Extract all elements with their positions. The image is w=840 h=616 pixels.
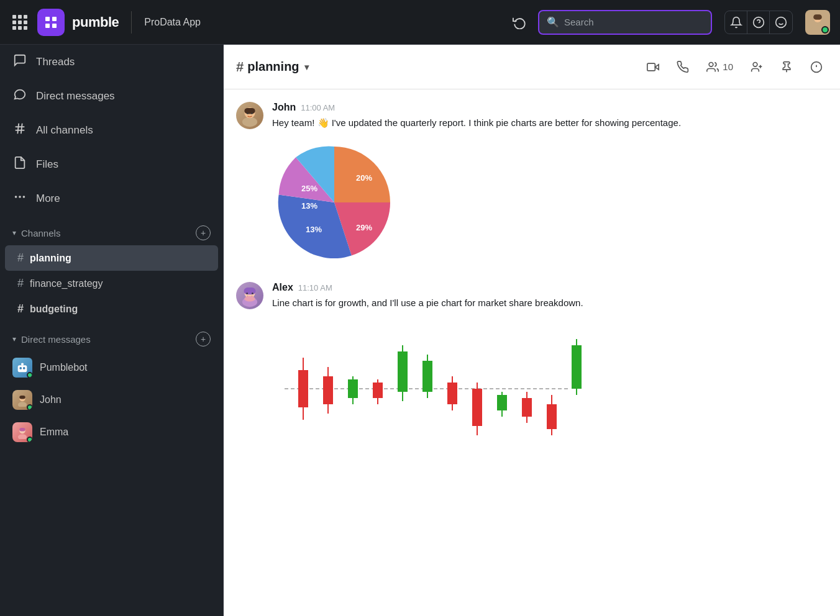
pie-label-13a: 13% <box>306 225 322 234</box>
dm-name-john: John <box>40 394 62 405</box>
svg-rect-0 <box>45 17 50 21</box>
svg-rect-20 <box>18 365 27 372</box>
topbar: pumble ProData App 🔍 Search <box>0 0 840 45</box>
sidebar-channel-finance-strategy[interactable]: # finance_strategy <box>5 271 218 296</box>
svg-line-16 <box>21 124 22 134</box>
sidebar-channel-budgeting[interactable]: # budgeting <box>5 296 218 322</box>
members-button[interactable]: 10 <box>701 61 738 73</box>
files-label: Files <box>36 158 58 171</box>
candle-10 <box>522 398 532 417</box>
message-john: John 11:00 AM Hey team! 👋 I've updated t… <box>236 102 828 265</box>
info-button[interactable] <box>805 56 828 78</box>
svg-rect-32 <box>647 63 655 71</box>
notification-button[interactable] <box>725 11 747 34</box>
video-call-button[interactable] <box>642 56 664 78</box>
add-dm-button[interactable]: + <box>196 332 211 346</box>
files-icon <box>12 156 27 173</box>
svg-point-17 <box>16 196 17 197</box>
channel-name-budgeting: budgeting <box>30 304 78 315</box>
john-message-text: Hey team! 👋 I've updated the quarterly r… <box>272 116 828 130</box>
add-member-button[interactable] <box>746 56 768 78</box>
channel-name-finance: finance_strategy <box>30 278 103 289</box>
pin-button[interactable] <box>775 56 798 78</box>
svg-point-34 <box>753 62 757 66</box>
channel-title[interactable]: # planning ▾ <box>236 59 309 75</box>
sidebar-item-more[interactable]: More <box>0 181 223 215</box>
svg-rect-12 <box>813 14 822 20</box>
sidebar-item-all-channels[interactable]: All channels <box>0 113 223 147</box>
workspace-name: ProData App <box>144 17 201 28</box>
dm-label: Direct messages <box>36 90 115 102</box>
pie-label-20: 20% <box>356 173 372 183</box>
candle-7 <box>447 383 457 404</box>
history-button[interactable] <box>508 11 531 34</box>
channels-chevron-icon: ▾ <box>12 229 16 237</box>
member-count: 10 <box>723 61 733 72</box>
candle-3 <box>348 379 358 398</box>
john-message-avatar <box>236 102 263 129</box>
channels-section-header[interactable]: ▾ Channels + <box>0 215 223 245</box>
candle-2 <box>323 376 333 404</box>
search-bar[interactable]: 🔍 Search <box>538 10 712 35</box>
dm-item-john[interactable]: John <box>0 384 223 416</box>
main-layout: Threads Direct messages All channels Fil… <box>0 45 840 616</box>
pie-label-25: 25% <box>301 184 317 193</box>
svg-point-51 <box>244 296 255 302</box>
john-status-dot <box>27 404 32 410</box>
sidebar-item-direct-messages[interactable]: Direct messages <box>0 79 223 113</box>
pie-label-29: 29% <box>356 223 372 232</box>
alex-message-header: Alex 11:10 AM <box>272 282 828 293</box>
john-message-header: John 11:00 AM <box>272 102 828 113</box>
svg-point-22 <box>23 367 25 369</box>
svg-rect-1 <box>52 17 57 21</box>
alex-message-avatar <box>236 282 263 309</box>
svg-point-44 <box>247 112 249 114</box>
logo-button[interactable] <box>37 9 65 36</box>
channels-section-label: Channels <box>21 228 60 238</box>
candle-8 <box>472 389 482 426</box>
all-channels-label: All channels <box>36 124 93 137</box>
candlestick-svg <box>272 320 583 445</box>
channel-title-name: planning <box>247 60 299 74</box>
svg-point-26 <box>18 402 27 407</box>
sidebar-channel-planning[interactable]: # planning <box>5 245 218 271</box>
candle-1 <box>298 370 308 407</box>
alex-message-time: 11:10 AM <box>298 283 332 292</box>
all-channels-icon <box>12 122 27 138</box>
john-message-time: 11:00 AM <box>301 103 335 112</box>
candle-5 <box>398 351 408 392</box>
channel-hash-icon: # <box>17 277 24 290</box>
dm-section-header[interactable]: ▾ Direct messages + <box>0 322 223 351</box>
svg-rect-30 <box>19 428 25 432</box>
topbar-divider <box>131 11 132 34</box>
svg-marker-31 <box>655 64 659 69</box>
candle-4 <box>373 383 383 398</box>
dm-item-pumblebot[interactable]: Pumblebot <box>0 351 223 384</box>
dm-item-emma[interactable]: Emma <box>0 416 223 448</box>
pie-chart: 20% 25% 29% 13% 13% <box>272 140 396 265</box>
candlestick-chart <box>272 320 583 445</box>
sidebar-item-threads[interactable]: Threads <box>0 45 223 79</box>
dm-name-emma: Emma <box>40 427 68 438</box>
channel-hash-icon: # <box>17 302 24 315</box>
channel-hash-big-icon: # <box>236 59 244 75</box>
dm-chevron-icon: ▾ <box>12 335 16 343</box>
message-alex: Alex 11:10 AM Line chart is for growth, … <box>236 282 828 445</box>
brand-name: pumble <box>72 14 119 30</box>
add-channel-button[interactable]: + <box>196 225 211 240</box>
emoji-button[interactable] <box>770 11 792 34</box>
alex-message-name: Alex <box>272 282 293 293</box>
help-button[interactable] <box>747 11 770 34</box>
grid-menu-icon[interactable] <box>10 12 30 32</box>
svg-rect-27 <box>19 396 25 399</box>
phone-call-button[interactable] <box>672 56 694 78</box>
dm-section-label: Direct messages <box>21 334 91 345</box>
pie-chart-svg: 20% 25% 29% 13% 13% <box>272 140 396 265</box>
svg-point-19 <box>24 196 25 197</box>
john-message-content: John 11:00 AM Hey team! 👋 I've updated t… <box>272 102 828 265</box>
user-avatar[interactable] <box>805 10 830 35</box>
pumblebot-avatar <box>12 358 32 378</box>
sidebar-item-files[interactable]: Files <box>0 147 223 181</box>
svg-point-49 <box>246 292 248 294</box>
search-icon: 🔍 <box>547 16 559 28</box>
